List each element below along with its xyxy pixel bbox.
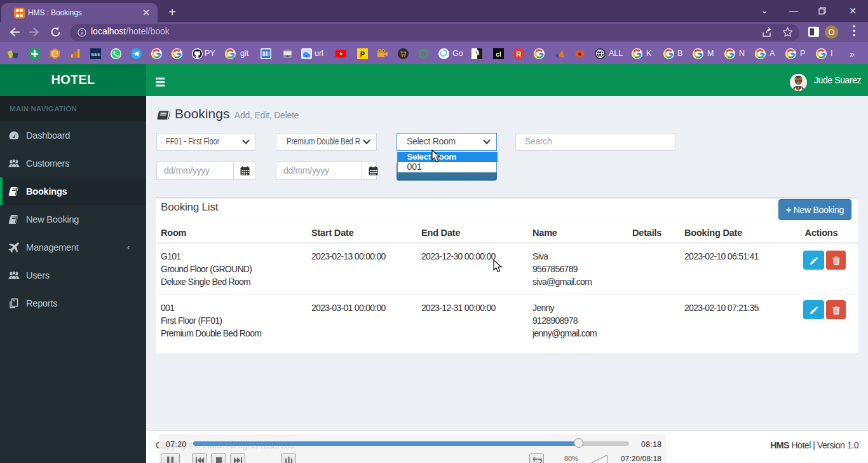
svg-text:R: R <box>517 50 522 58</box>
svg-text:P: P <box>360 50 365 58</box>
svg-text:cl: cl <box>496 51 501 58</box>
svg-text:IEEE: IEEE <box>91 52 100 57</box>
